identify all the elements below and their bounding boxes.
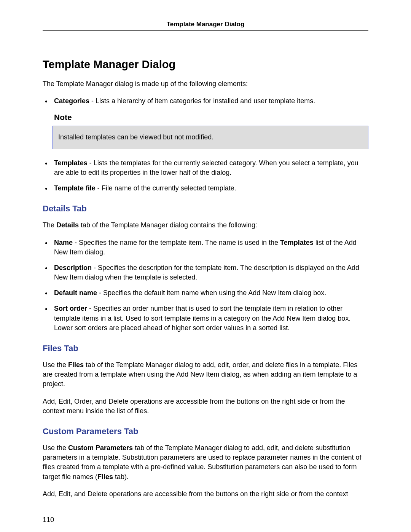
list-item: Sort order - Specifies an order number t… — [52, 304, 368, 333]
text: tab). — [113, 473, 129, 481]
desc: - Lists the templates for the currently … — [54, 159, 358, 176]
top-list-2: Templates - Lists the templates for the … — [43, 158, 368, 193]
page-container: Template Manager Dialog Template Manager… — [0, 0, 411, 532]
page-title: Template Manager Dialog — [43, 58, 368, 71]
desc: - Specifies the default item name when u… — [97, 289, 326, 297]
page-number: 110 — [43, 516, 54, 524]
bold-files-2: Files — [97, 473, 113, 481]
heading-custom-parameters-tab: Custom Parameters Tab — [43, 427, 368, 436]
text: Use the — [43, 444, 68, 452]
term-categories: Categories — [54, 97, 89, 105]
list-item: Categories - Lists a hierarchy of item c… — [52, 96, 368, 106]
note-box: Installed templates can be viewed but no… — [53, 126, 368, 149]
bold-custom-parameters: Custom Parameters — [68, 444, 133, 452]
desc: - Specifies the description for the temp… — [54, 264, 359, 281]
text: tab of the Template Manager dialog to ad… — [43, 361, 357, 388]
note-label: Note — [54, 113, 368, 122]
heading-files-tab: Files Tab — [43, 343, 368, 353]
term-sort-order: Sort order — [54, 305, 87, 312]
text: The — [43, 221, 56, 229]
details-list: Name - Specifies the name for the templa… — [43, 238, 368, 333]
list-item: Description - Specifies the description … — [52, 263, 368, 282]
desc: - Lists a hierarchy of item categories f… — [89, 97, 315, 105]
top-list-1: Categories - Lists a hierarchy of item c… — [43, 96, 368, 106]
term-templates: Templates — [54, 159, 88, 167]
text: tab of the Template Manager dialog conta… — [79, 221, 257, 229]
list-item: Default name - Specifies the default ite… — [52, 288, 368, 298]
list-item: Name - Specifies the name for the templa… — [52, 238, 368, 257]
text: Use the — [43, 361, 68, 369]
bold-templates: Templates — [280, 239, 314, 246]
term-name: Name — [54, 239, 73, 246]
files-p1: Use the Files tab of the Template Manage… — [43, 360, 368, 389]
term-default-name: Default name — [54, 289, 97, 297]
custom-p1: Use the Custom Parameters tab of the Tem… — [43, 443, 368, 482]
running-head: Template Manager Dialog — [43, 21, 368, 31]
details-intro: The Details tab of the Template Manager … — [43, 220, 368, 230]
bold-files: Files — [68, 361, 84, 369]
desc: - Specifies an order number that is used… — [54, 305, 350, 331]
note-block: Note Installed templates can be viewed b… — [53, 113, 368, 149]
desc: - Specifies the name for the template it… — [73, 239, 280, 246]
desc: - File name of the currently selected te… — [96, 184, 236, 192]
page-footer: 110 — [43, 512, 368, 524]
list-item: Template file - File name of the current… — [52, 184, 368, 193]
intro-text: The Template Manager dialog is made up o… — [43, 79, 368, 89]
files-p2: Add, Edit, Order, and Delete operations … — [43, 397, 368, 416]
custom-p2: Add, Edit, and Delete operations are acc… — [43, 489, 368, 499]
term-template-file: Template file — [54, 184, 96, 192]
bold: Details — [56, 221, 79, 229]
term-description: Description — [54, 264, 92, 272]
heading-details-tab: Details Tab — [43, 204, 368, 214]
list-item: Templates - Lists the templates for the … — [52, 158, 368, 177]
